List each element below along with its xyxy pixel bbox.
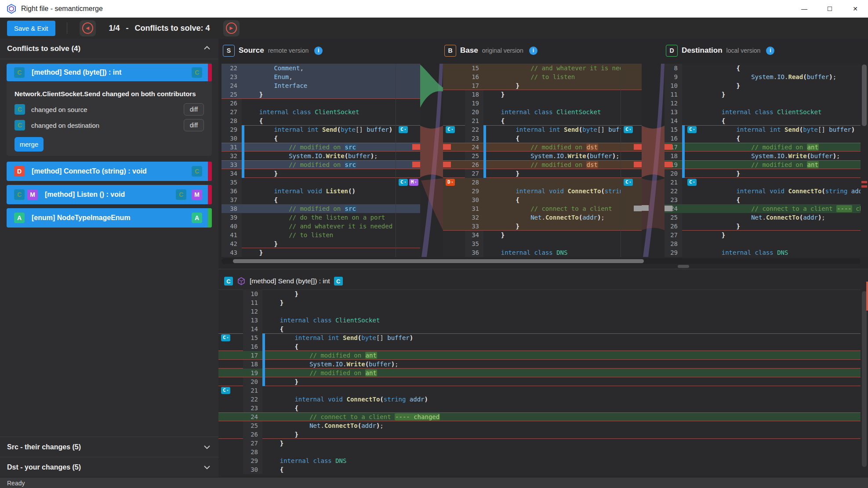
destination-code-panel[interactable]: 8 {9 System.IO.Read(buffer);10 }11 }1213… (665, 64, 861, 257)
code-text: internal class DNS (265, 456, 861, 465)
inline-change-badge-c[interactable]: C▾ (624, 179, 633, 186)
merge-flow-left (420, 64, 443, 257)
code-text: internal void ConnectTo(string addr) (265, 395, 861, 404)
panel-subtitle: local version (726, 47, 761, 54)
code-text: } (265, 430, 861, 439)
close-button[interactable]: ✕ (843, 0, 868, 18)
horizontal-scrollbar[interactable] (222, 258, 861, 264)
info-icon[interactable]: i (529, 47, 538, 55)
toolbar: Save & Exit ◀ 1/4 - Conflicts to solve: … (0, 18, 868, 39)
conflicts-count: Conflicts to solve: 4 (135, 24, 210, 33)
inline-change-badge-c[interactable]: C▾ (624, 126, 633, 133)
merge-button[interactable]: merge (15, 137, 44, 152)
line-number: 14 (243, 325, 262, 333)
conflict-item-send[interactable]: C [method] Send (byte[]) : int C (7, 64, 212, 81)
badge-gutter (396, 204, 420, 213)
scrollbar-thumb[interactable] (862, 65, 867, 126)
line-number: 27 (222, 108, 242, 116)
change-badge-c: C (192, 67, 202, 78)
section-dst-changes[interactable]: Dst - your changes (5) (0, 457, 218, 477)
code-text: System.IO.Write(buffer); (486, 152, 621, 160)
window-title: Right file - semanticmerge (21, 5, 103, 13)
badge-gutter (621, 90, 642, 99)
code-line-16: 16 { (665, 134, 861, 143)
inline-change-badge-c[interactable]: C▾ (446, 126, 455, 133)
overview-red-mark (861, 185, 867, 188)
code-line-18: 18 } (443, 90, 642, 99)
inline-change-badge-m[interactable]: M▾ (409, 179, 418, 186)
code-line-24: 24 // modified on dst (443, 143, 642, 152)
line-number: 24 (465, 143, 483, 152)
badge-gutter (685, 72, 707, 81)
title-bar: Right file - semanticmerge — ☐ ✕ (0, 0, 868, 18)
badge-gutter (396, 195, 420, 204)
base-code-panel[interactable]: 15 // and whatever it is needed16 // to … (443, 64, 642, 257)
code-line-23: 23 Enum, (222, 72, 420, 81)
inline-change-badge-c[interactable]: C▾ (399, 126, 408, 133)
inline-change-badge-c[interactable]: C▾ (221, 387, 230, 394)
info-icon[interactable]: i (766, 47, 774, 55)
gutter-marker (665, 144, 672, 150)
previous-conflict-button[interactable]: ◀ (80, 20, 96, 36)
badge-gutter: C▾ (621, 125, 642, 134)
info-icon[interactable]: i (314, 47, 323, 55)
inline-change-badge-c[interactable]: C▾ (399, 179, 408, 186)
code-text: } (486, 90, 621, 99)
vertical-scrollbar-bottom[interactable] (861, 289, 868, 477)
line-number: 27 (243, 439, 262, 448)
line-number: 22 (243, 395, 262, 404)
code-line-22: 22 Comment, (222, 64, 420, 72)
minimize-button[interactable]: — (792, 0, 817, 18)
gutter-marker (634, 206, 642, 211)
diff-destination-button[interactable]: diff (184, 119, 204, 131)
line-number: 25 (465, 152, 483, 160)
badge-gutter (218, 421, 243, 430)
code-line-31: 31 // connect to a client (443, 204, 642, 213)
result-code-area[interactable]: 10 }11 }1213 internal class ClientSocket… (218, 289, 861, 477)
cube-icon (237, 277, 246, 286)
code-text: internal class DNS (707, 248, 861, 257)
source-code-panel[interactable]: 22 Comment,23 Enum,24 Interface25 }2627 … (222, 64, 420, 257)
code-line-39: 39 // do the listen on a port (222, 213, 420, 222)
code-line-13: 13 internal class ClientSocket (218, 316, 861, 325)
scrollbar-thumb[interactable] (233, 259, 644, 263)
inline-change-badge-d[interactable]: D▾ (446, 179, 455, 186)
code-text (707, 178, 861, 187)
next-conflict-button[interactable]: ▶ (223, 20, 240, 36)
badge-gutter (685, 222, 707, 231)
conflict-item-connectto[interactable]: D [method] ConnectTo (string) : void C (7, 162, 212, 181)
line-number: 34 (222, 169, 242, 178)
base-letter-badge: B (444, 45, 456, 57)
code-line-37: 37 { (222, 195, 420, 204)
code-line-21: C▾21 (218, 386, 861, 395)
conflicts-header[interactable]: Conflicts to solve (4) (0, 39, 218, 59)
maximize-button[interactable]: ☐ (817, 0, 843, 18)
code-text: // modified on dst (486, 160, 621, 169)
save-exit-button[interactable]: Save & Exit (7, 21, 55, 36)
splitter-grip[interactable] (678, 265, 689, 268)
inline-change-badge-c[interactable]: C▾ (687, 126, 697, 133)
section-src-changes[interactable]: Src - their changes (5) (0, 437, 218, 457)
badge-gutter (621, 72, 642, 81)
code-line-28: 28 (665, 239, 861, 248)
badge-gutter (218, 465, 243, 474)
inline-change-badge-c[interactable]: C▾ (221, 334, 230, 341)
line-number: 33 (222, 160, 242, 169)
scrollbar-thumb[interactable] (862, 291, 867, 467)
code-text: } (265, 289, 861, 298)
line-number: 29 (665, 248, 682, 257)
badge-gutter (443, 81, 465, 90)
vertical-scrollbar-top[interactable] (861, 64, 868, 257)
conflict-item-nodetypeimageenum[interactable]: A [enum] NodeTypeImageEnum A (7, 208, 212, 228)
badge-gutter (621, 152, 642, 160)
badge-gutter (685, 195, 707, 204)
change-row-source: C changed on source diff (15, 103, 204, 116)
inline-change-badge-c[interactable]: C▾ (687, 179, 697, 186)
conflict-item-listen[interactable]: C M [method] Listen () : void C M (7, 185, 212, 204)
section-label: Dst - your changes (5) (7, 463, 203, 471)
diff-source-button[interactable]: diff (184, 103, 204, 116)
badge-gutter (218, 404, 243, 412)
badge-gutter: C▾ (685, 178, 707, 187)
code-line-19: 19 // modified on ant (218, 369, 861, 377)
badge-gutter (685, 231, 707, 239)
